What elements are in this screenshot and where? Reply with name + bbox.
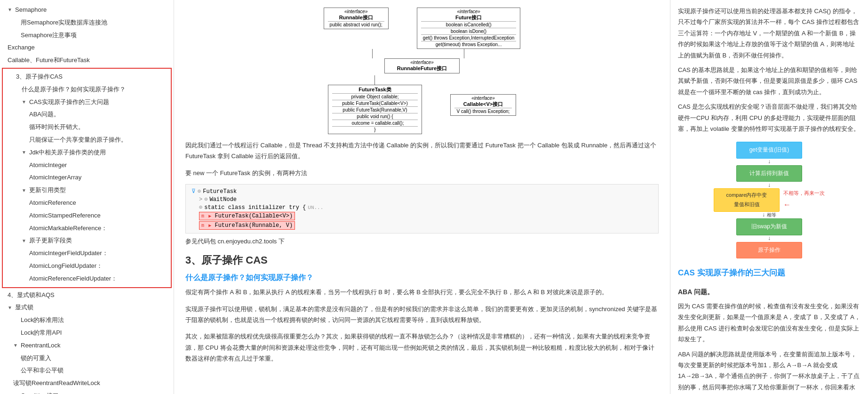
code-tree: ⊽ ⊙ FutureTask > ⊙ WaitNode ⊙ static cla… <box>185 184 659 233</box>
sidebar-item-cas[interactable]: 3、原子操作CAS <box>3 71 171 83</box>
body-paragraph3: 其次，如果被阻塞的线程优先级很高很重要怎么办？其次，如果获得锁的线程一直不释放锁… <box>185 331 659 364</box>
cas-highlighted-section: 3、原子操作CAS 什么是原子操作？如何实现原子操作？ CAS实现原子操作的三大… <box>2 68 172 288</box>
future-interface-box: «interface» Future接口 boolean isCancelled… <box>417 8 521 49</box>
aba-text2: ABA 问题的解决思路就是使用版本号，在变量前面追加上版本号，每次变量更新的时候… <box>678 349 860 394</box>
jdk-atomic-arrow <box>22 149 27 156</box>
callable-interface-box: «interface» Callable<V>接口 V call() throw… <box>450 94 516 116</box>
sidebar-item-callable-future[interactable]: Callable、Future和FutureTask <box>0 54 174 67</box>
main-paragraph1: 因此我们通过一个线程运行 Callable，但是 Thread 不支持构造方法中… <box>185 140 659 162</box>
cas-flow-diagram: get变量值(旧值) ↓ 计算后得到新值 ↓ compare内存中变量值和旧值 … <box>678 142 860 258</box>
sidebar-item-explicit-lock[interactable]: 显式锁 <box>0 301 174 314</box>
sidebar: Semaphore 用Semaphore实现数据库连接池 Semaphore注意… <box>0 0 174 394</box>
sidebar-item-cas-aba[interactable]: ABA问题。 <box>3 108 171 121</box>
subsection-title: 什么是原子操作？如何实现原子操作？ <box>185 273 659 283</box>
sidebar-item-exchange[interactable]: Exchange <box>0 41 174 54</box>
sidebar-item-atomic-integer[interactable]: AtomicInteger <box>3 159 171 172</box>
code-tree-static-init: ⊙ static class initializer try { UN... <box>191 203 653 211</box>
cas-box-swap: 旧swap为新值 <box>736 218 802 235</box>
section3-title: 3、原子操作 CAS <box>185 253 659 267</box>
sidebar-item-lock-fair[interactable]: 公平和非公平锁 <box>0 364 174 377</box>
code-tree-root: ⊽ ⊙ FutureTask <box>191 187 653 195</box>
aba-title: ABA 问题。 <box>678 286 860 298</box>
sidebar-item-atomic-mark[interactable]: AtomicMarkableReference： <box>3 222 171 235</box>
sidebar-item-lock-reentrant[interactable]: 锁的可重入 <box>0 352 174 365</box>
sidebar-item-cas-only[interactable]: 只能保证一个共享变量的原子操作。 <box>3 134 171 146</box>
explicit-lock-arrow <box>8 304 13 312</box>
sidebar-item-cas-loop[interactable]: 循环时间长开销大。 <box>3 121 171 134</box>
sidebar-item-condition[interactable]: Condition接口 <box>0 390 174 394</box>
sidebar-item-reentrant-lock[interactable]: ReentrantLock <box>0 339 174 352</box>
code-tree-future-task-callable: m ▶ FutureTask(Callable<V>) <box>191 211 653 221</box>
body-paragraph2: 实现原子操作可以使用锁，锁机制，满足基本的需求是没有问题的了，但是有的时候我们的… <box>185 304 659 326</box>
update-ref-arrow <box>22 187 27 194</box>
sidebar-item-jdk-atomic[interactable]: Jdk中相关原子操作类的使用 <box>3 146 171 159</box>
right-cas-safe: CAS 是怎么实现线程的安全呢？语音层面不做处理，我们将其交给硬件一CPU 和内… <box>678 101 860 134</box>
sidebar-item-semaphore-pool[interactable]: 用Semaphore实现数据库连接池 <box>0 16 174 29</box>
sidebar-item-cas-what[interactable]: 什么是原子操作？如何实现原子操作？ <box>3 83 171 96</box>
sidebar-item-atomic-integer-array[interactable]: AtomicIntegerArray <box>3 171 171 184</box>
reentrant-lock-arrow <box>13 342 19 349</box>
sidebar-item-semaphore[interactable]: Semaphore <box>0 4 174 16</box>
sidebar-item-atomic-stamp[interactable]: AtomicStampedReference <box>3 209 171 222</box>
sidebar-item-atomic-ref-upd[interactable]: AtomicReferenceFieldUpdater： <box>3 273 171 285</box>
cas-box-calc: 计算后得到新值 <box>736 165 802 182</box>
sidebar-item-update-ref[interactable]: 更新引用类型 <box>3 184 171 197</box>
code-tree-future-task-runnable: m ▶ FutureTask(Runnable, V) <box>191 221 653 230</box>
right-panel: 实现原子操作还可以使用当前的处理器基本都支持 CAS() 的指令，只不过每个厂家… <box>670 0 868 394</box>
right-intro-text: 实现原子操作还可以使用当前的处理器基本都支持 CAS() 的指令，只不过每个厂家… <box>678 6 860 61</box>
sidebar-item-atomic-ref[interactable]: AtomicReference <box>3 197 171 209</box>
sidebar-item-atomic-int-upd[interactable]: AtomicIntegerFieldUpdater： <box>3 247 171 260</box>
semaphore-arrow <box>8 6 13 14</box>
cas-problems-title: CAS 实现原子操作的三大问题 <box>678 266 860 281</box>
runnable-interface-box: «interface» Runnable接口 public abstract v… <box>324 8 389 29</box>
uml-diagram-container: «interface» Runnable接口 public abstract v… <box>185 8 659 134</box>
sidebar-item-lock-std[interactable]: Lock的标准用法 <box>0 314 174 327</box>
cas-three-arrow <box>22 98 27 106</box>
runnable-future-box: «interface» RunnableFuture接口 <box>384 58 460 73</box>
condition-arrow <box>13 392 19 394</box>
main-paragraph2: 要 new 一个 FutureTask 的实例，有两种方法 <box>185 168 659 178</box>
sidebar-item-semaphore-note[interactable]: Semaphore注意事项 <box>0 29 174 42</box>
cas-box-compare: compare内存中变量值和旧值 <box>714 188 780 212</box>
future-task-box: FutureTask类 private Object callable; pub… <box>328 85 422 134</box>
sidebar-item-update-field[interactable]: 原子更新字段类 <box>3 234 171 247</box>
main-content-area: «interface» Runnable接口 public abstract v… <box>174 0 670 394</box>
sidebar-item-atomic-long-upd[interactable]: AtomicLongFieldUpdater： <box>3 260 171 273</box>
sidebar-item-lock-api[interactable]: Lock的常用API <box>0 327 174 339</box>
ref-text: 参见代码包 cn.enjoyedu.ch2.tools 下 <box>185 237 659 246</box>
sidebar-item-cas-three[interactable]: CAS实现原子操作的三大问题 <box>3 96 171 109</box>
code-tree-waitnode: > ⊙ WaitNode <box>191 195 653 203</box>
update-field-arrow <box>22 237 27 245</box>
cas-box-atomic: 原子操作 <box>736 242 802 259</box>
sidebar-item-aqs[interactable]: 4、显式锁和AQS <box>0 289 174 302</box>
aba-text1: 因为 CAS 需要在操作值的时候，检查值有没有发生变化，如果没有发生变化则更新，… <box>678 301 860 345</box>
body-paragraph1: 假定有两个操作 A 和 B，如果从执行 A 的线程来看，当另一个线程执行 B 时… <box>185 287 659 298</box>
right-cas-basic: CAS 的基本思路就是，如果这个地址上的值和期望的值相等，则给其赋予新值，否则不… <box>678 64 860 97</box>
cas-box-get: get变量值(旧值) <box>736 142 802 159</box>
sidebar-item-read-write-lock[interactable]: 读写锁ReentrantReadWriteLock <box>0 377 174 390</box>
